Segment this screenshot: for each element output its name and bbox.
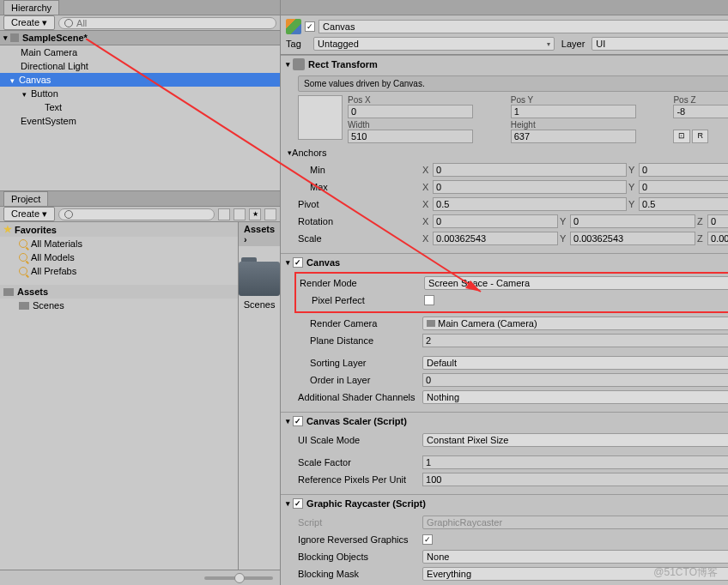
layer-label: Layer — [558, 39, 589, 49]
anchor-preset-button[interactable] — [298, 95, 343, 140]
object-name-field[interactable] — [318, 20, 728, 33]
anchor-max-x[interactable] — [433, 180, 627, 194]
project-tab[interactable]: Project — [3, 191, 48, 206]
assets-breadcrumb[interactable]: Assets › — [239, 222, 280, 246]
tag-label: Tag — [286, 39, 310, 49]
star-icon[interactable]: ★ — [249, 208, 261, 220]
search-icon — [19, 239, 27, 248]
fold-icon[interactable]: ▾ — [22, 90, 31, 99]
rect-transform-icon — [293, 58, 305, 70]
watermark: @51CTO博客 — [653, 565, 718, 580]
rot-z[interactable] — [707, 214, 728, 228]
canvas-scaler-header[interactable]: ▾✓Canvas Scaler (Script)?⚙ — [281, 413, 728, 430]
scene-icon — [10, 33, 19, 42]
hierarchy-item-text[interactable]: Text — [0, 100, 280, 114]
render-camera-field[interactable]: Main Camera (Camera) — [422, 317, 728, 330]
favorite-all-materials[interactable]: All Materials — [0, 237, 238, 250]
ui-scale-mode-dropdown[interactable]: Constant Pixel Size — [422, 433, 728, 447]
render-mode-dropdown[interactable]: Screen Space - Camera — [424, 276, 728, 290]
raycaster-enabled-checkbox[interactable]: ✓ — [293, 498, 303, 509]
driven-info: Some values driven by Canvas. — [298, 75, 728, 92]
script-field: GraphicRaycaster — [422, 516, 728, 529]
hierarchy-item-main-camera[interactable]: Main Camera — [0, 45, 280, 59]
search-icon — [19, 267, 27, 275]
scale-factor-field[interactable] — [422, 455, 728, 469]
hierarchy-create-button[interactable]: Create ▾ — [3, 15, 55, 30]
pivot-y[interactable] — [639, 197, 728, 211]
scene-header[interactable]: SampleScene* — [0, 31, 280, 45]
active-checkbox[interactable]: ✓ — [305, 21, 315, 32]
anchor-min-x[interactable] — [433, 163, 627, 177]
canvas-component-header[interactable]: ▾✓Canvas?⚙ — [281, 254, 728, 271]
folder-icon — [3, 288, 14, 296]
folder-icon — [239, 262, 280, 296]
assets-folder[interactable]: Assets — [0, 285, 238, 299]
gameobject-icon — [286, 19, 301, 34]
favorite-all-prefabs[interactable]: All Prefabs — [0, 264, 238, 278]
shader-channels-dropdown[interactable]: Nothing — [422, 390, 728, 404]
rect-transform-header[interactable]: ▾Rect Transform?⚙ — [281, 56, 728, 73]
anchor-max-y[interactable] — [639, 180, 728, 194]
blueprint-button[interactable]: ⊡ — [673, 130, 690, 143]
filter-icon[interactable] — [234, 208, 246, 220]
scaler-enabled-checkbox[interactable]: ✓ — [293, 416, 303, 426]
height-field[interactable] — [511, 130, 636, 143]
scenes-folder-item[interactable]: Scenes — [239, 262, 280, 310]
canvas-enabled-checkbox[interactable]: ✓ — [293, 257, 303, 268]
ref-pixels-field[interactable] — [422, 473, 728, 486]
filter-icon[interactable] — [218, 208, 230, 220]
order-in-layer-field[interactable] — [422, 373, 728, 387]
blocking-objects-dropdown[interactable]: None — [422, 550, 728, 564]
save-icon[interactable] — [264, 208, 276, 220]
width-field[interactable] — [348, 130, 473, 143]
pixel-perfect-checkbox[interactable] — [424, 295, 434, 305]
ignore-reversed-checkbox[interactable]: ✓ — [422, 534, 433, 545]
plane-distance-field[interactable] — [422, 334, 728, 347]
layer-dropdown[interactable]: UI — [592, 37, 728, 51]
folder-icon — [19, 302, 29, 310]
fold-icon[interactable]: ▾ — [10, 76, 19, 85]
project-create-button[interactable]: Create ▾ — [3, 207, 55, 221]
scale-z[interactable] — [707, 232, 728, 245]
raw-button[interactable]: R — [692, 130, 708, 143]
scale-x[interactable] — [433, 232, 558, 245]
posy-field[interactable] — [511, 105, 636, 118]
star-icon: ★ — [3, 224, 12, 235]
hierarchy-item-directional-light[interactable]: Directional Light — [0, 59, 280, 73]
tag-dropdown[interactable]: Untagged — [313, 37, 555, 51]
thumbnail-size-slider[interactable] — [204, 576, 273, 580]
project-search-input[interactable] — [58, 208, 215, 220]
rot-y[interactable] — [570, 214, 695, 228]
sorting-layer-dropdown[interactable]: Default — [422, 356, 728, 370]
rot-x[interactable] — [433, 214, 558, 228]
hierarchy-item-canvas[interactable]: ▾Canvas — [0, 73, 280, 87]
hierarchy-tab[interactable]: Hierarchy — [3, 0, 59, 15]
posx-field[interactable] — [348, 105, 473, 118]
hierarchy-item-eventsystem[interactable]: EventSystem — [0, 114, 280, 128]
hierarchy-item-button[interactable]: ▾Button — [0, 87, 280, 100]
anchor-min-y[interactable] — [639, 163, 728, 177]
camera-icon — [427, 320, 435, 327]
posz-field[interactable] — [673, 105, 728, 118]
scale-y[interactable] — [570, 232, 695, 245]
graphic-raycaster-header[interactable]: ▾✓Graphic Raycaster (Script)?⚙ — [281, 495, 728, 512]
hierarchy-search-input[interactable]: All — [58, 17, 276, 29]
favorites-header[interactable]: ★Favorites — [0, 222, 238, 237]
favorite-all-models[interactable]: All Models — [0, 250, 238, 264]
scenes-folder[interactable]: Scenes — [0, 299, 238, 312]
pivot-x[interactable] — [433, 197, 627, 211]
search-icon — [19, 253, 27, 262]
